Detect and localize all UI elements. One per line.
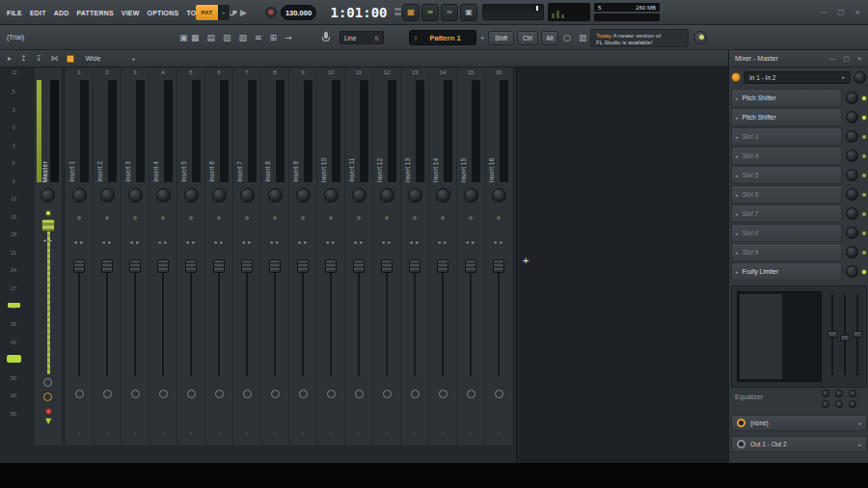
effect-slot[interactable]: ▸ Slot 4	[729, 147, 868, 165]
mute-led[interactable]	[273, 216, 277, 220]
toggle-multilink-button[interactable]: ≡	[421, 4, 439, 21]
mixer-track-strip[interactable]: 9 Insert 9 ◂ ▸ ▴	[289, 68, 316, 446]
master-channel-strip[interactable]: Master ◂ ▸ ▼	[35, 68, 62, 446]
track-name[interactable]: Insert 3	[124, 161, 131, 182]
slot-mix-knob[interactable]	[846, 246, 858, 258]
toggle-monitor-button[interactable]: ▣	[460, 4, 477, 21]
loop-tool-icon[interactable]: ○	[563, 33, 571, 42]
master-fader-handle[interactable]	[41, 219, 55, 231]
view-mode-arrow-icon[interactable]: ▸	[132, 55, 135, 62]
stereo-sep-icon[interactable]: ◂ ▸	[410, 239, 420, 245]
track-name[interactable]: Insert 14	[432, 158, 439, 182]
effect-slot-bar[interactable]: ▸ Slot 3	[731, 127, 842, 146]
effect-slot[interactable]: ▸ Slot 3	[729, 127, 868, 146]
fader-track[interactable]	[246, 266, 248, 376]
slot-mix-knob[interactable]	[846, 111, 858, 123]
mixer-track-strip[interactable]: 8 Insert 8 ◂ ▸ ▴	[261, 68, 288, 446]
slot-enable-led[interactable]	[862, 270, 866, 274]
record-arm-icon[interactable]	[103, 390, 112, 398]
slot-mix-knob[interactable]	[846, 227, 858, 239]
inspector-minimize-button[interactable]: —	[829, 55, 836, 63]
slot-mix-knob[interactable]	[846, 130, 858, 143]
slot-mix-knob[interactable]	[846, 265, 858, 278]
pan-knob[interactable]	[184, 188, 199, 203]
menu-item-options[interactable]: OPTIONS	[147, 10, 178, 16]
stereo-sep-icon[interactable]: ◂ ▸	[214, 239, 224, 245]
maximize-button[interactable]: □	[838, 9, 845, 16]
slot-menu-arrow-icon[interactable]: ▸	[736, 134, 739, 140]
slot-menu-arrow-icon[interactable]: ▸	[736, 115, 739, 121]
inspector-close-button[interactable]: ×	[857, 55, 862, 63]
track-name[interactable]: Insert 5	[180, 161, 187, 182]
snap-selector[interactable]: Line ⇅	[339, 31, 384, 44]
track-color-swatch[interactable]	[67, 55, 74, 63]
mixer-track-strip[interactable]: 4 Insert 4 ◂ ▸ ▴	[149, 68, 176, 446]
master-mute-led[interactable]	[46, 211, 50, 215]
hint-bar-icon[interactable]: ▣	[179, 33, 188, 42]
mute-led[interactable]	[385, 216, 389, 220]
mute-led[interactable]	[77, 216, 81, 220]
browser-icon[interactable]: ≡	[255, 33, 262, 42]
eq-knob[interactable]	[849, 390, 856, 397]
fader-handle[interactable]	[73, 259, 85, 273]
record-arm-icon[interactable]	[327, 390, 336, 398]
track-name[interactable]: Insert 11	[348, 158, 355, 182]
record-arm-icon[interactable]	[187, 390, 196, 398]
track-name[interactable]: Insert 12	[376, 158, 383, 182]
track-name[interactable]: Insert 10	[320, 158, 327, 182]
mixer-track-strip[interactable]: 16 Insert 16 ◂ ▸ ▴	[485, 68, 512, 446]
fader-track[interactable]	[218, 266, 220, 376]
slot-mix-knob[interactable]	[846, 207, 858, 220]
pan-knob[interactable]	[380, 188, 394, 203]
eq-low-slider[interactable]	[827, 292, 837, 381]
effect-slot-bar[interactable]: ▸ Slot 4	[731, 147, 842, 165]
slot-menu-arrow-icon[interactable]: ▸	[736, 250, 739, 256]
mixer-dock-down-icon[interactable]: ↧	[36, 54, 42, 63]
effect-slot[interactable]: ▸ Pitch Shifter	[729, 108, 868, 126]
shift-key-button[interactable]: Shift	[488, 31, 514, 45]
effect-slot-bar[interactable]: ▸ Pitch Shifter	[731, 89, 842, 107]
mixer-view-mode[interactable]: Wide	[85, 55, 100, 62]
menu-item-add[interactable]: ADD	[54, 10, 69, 16]
stereo-sep-icon[interactable]: ◂ ▸	[438, 239, 448, 245]
stereo-sep-icon[interactable]: ◂ ▸	[102, 239, 112, 245]
mixer-track-strip[interactable]: 2 Insert 2 ◂ ▸ ▴	[94, 68, 121, 446]
eq-knob[interactable]	[849, 400, 856, 408]
slot-mix-knob[interactable]	[846, 188, 858, 201]
fader-track[interactable]	[414, 266, 416, 376]
mixer-track-strip[interactable]: 3 Insert 3 ◂ ▸ ▴	[122, 68, 149, 446]
effect-slot-bar[interactable]: ▸ Slot 7	[731, 204, 842, 223]
track-name[interactable]: Insert 4	[152, 161, 159, 182]
input-gain-knob[interactable]	[854, 71, 866, 84]
record-arm-icon[interactable]	[383, 390, 392, 398]
menu-item-view[interactable]: VIEW	[122, 10, 140, 16]
fader-handle[interactable]	[437, 259, 448, 273]
effect-slot[interactable]: ▸ Fruity Limiter	[729, 262, 868, 281]
fader-track[interactable]	[162, 266, 164, 376]
eq-display[interactable]	[737, 291, 822, 382]
mixer-track-strip[interactable]: 6 Insert 6 ◂ ▸ ▴	[205, 68, 232, 446]
record-arm-icon[interactable]	[355, 390, 364, 398]
stereo-sep-icon[interactable]: ◂ ▸	[298, 239, 308, 245]
add-pattern-button[interactable]: +	[480, 34, 485, 42]
mixer-dock-up-icon[interactable]: ↥	[20, 54, 27, 63]
mixer-track-strip[interactable]: 10 Insert 10 ◂ ▸ ▴	[317, 68, 344, 446]
slot-menu-arrow-icon[interactable]: ▸	[736, 173, 739, 178]
time-mode-icons[interactable]	[394, 8, 401, 15]
fader-handle[interactable]	[129, 259, 141, 273]
slot-enable-led[interactable]	[862, 231, 866, 235]
notification-bulb-icon[interactable]	[693, 31, 707, 44]
record-arm-icon[interactable]	[243, 390, 252, 398]
fader-handle[interactable]	[297, 259, 309, 273]
eq-knob[interactable]	[835, 390, 843, 397]
tempo-display[interactable]: 130.000	[281, 5, 316, 20]
fader-handle[interactable]	[185, 259, 197, 273]
menu-item-file[interactable]: FILE	[7, 10, 22, 16]
fader-track[interactable]	[190, 266, 192, 376]
pan-knob[interactable]	[436, 188, 450, 203]
slot-enable-led[interactable]	[862, 135, 866, 139]
fader-handle[interactable]	[241, 259, 253, 273]
pan-knob[interactable]	[492, 188, 506, 203]
stereo-sep-icon[interactable]: ◂ ▸	[130, 239, 140, 245]
stereo-sep-icon[interactable]: ◂ ▸	[186, 239, 196, 245]
